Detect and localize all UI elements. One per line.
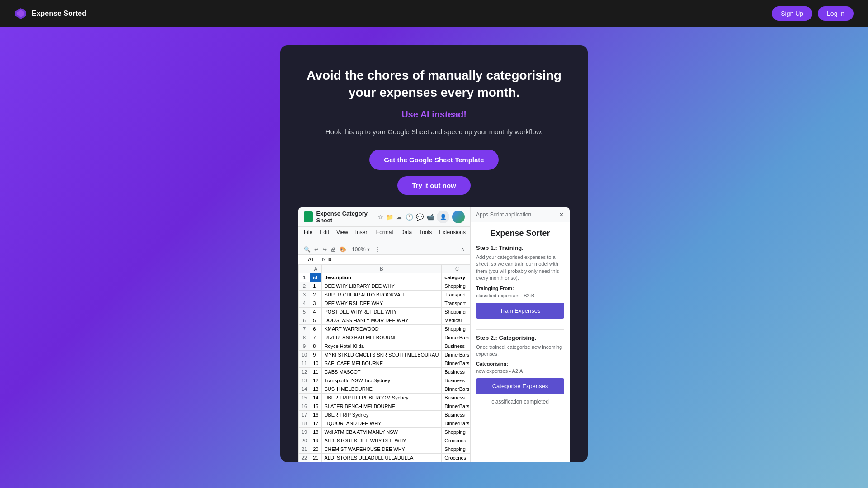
- cell-id: 11: [310, 368, 321, 376]
- cell-category: DinnerBars: [442, 402, 472, 411]
- more-icon: ⋮: [375, 246, 381, 253]
- menu-data[interactable]: Data: [401, 228, 412, 243]
- cell-id: 21: [310, 454, 321, 462]
- train-expenses-button[interactable]: Train Expenses: [476, 303, 564, 319]
- cell-category: Shopping: [442, 428, 472, 436]
- table-row: 9 8 Royce Hotel Kilda Business: [299, 342, 478, 351]
- menu-edit[interactable]: Edit: [320, 228, 329, 243]
- cell-id: 16: [310, 411, 321, 419]
- try-out-button[interactable]: Try it out now: [397, 176, 471, 195]
- comment-icon: 💬: [416, 213, 424, 221]
- row-num: 13: [299, 376, 310, 385]
- cell-description: MYKI STKLD CMCLTS SKR SOUTH MELBOURAU: [321, 351, 442, 359]
- cell-category: Business: [442, 411, 472, 419]
- menu-file[interactable]: File: [304, 228, 312, 243]
- table-row: 15 14 UBER TRIP HELPUBERCOM Sydney Busin…: [299, 394, 478, 402]
- menu-tools[interactable]: Tools: [419, 228, 432, 243]
- header-category: category: [442, 273, 472, 282]
- get-template-button[interactable]: Get the Google Sheet Template: [369, 150, 498, 170]
- paint-icon: 🎨: [340, 246, 346, 253]
- apps-panel-body: Expense Sorter Step 1.: Training. Add yo…: [471, 222, 570, 411]
- cell-description: UBER TRIP HELPUBERCOM Sydney: [321, 394, 442, 402]
- main-content: Avoid the chores of manually categorisin…: [0, 27, 868, 462]
- classification-status: classification completed: [476, 399, 564, 405]
- cell-category: Transport: [442, 299, 472, 308]
- table-row: 11 10 SAFI CAFE MELBOURNE DinnerBars: [299, 359, 478, 368]
- zoom-icon: 🔍: [304, 246, 311, 253]
- apps-panel-title: Expense Sorter: [476, 229, 564, 238]
- cell-id: 2: [310, 291, 321, 299]
- cell-id: 1: [310, 282, 321, 291]
- gs-toolbar: 🔍 ↩ ↪ 🖨 🎨 100% ▾ ⋮ ∧: [298, 244, 470, 255]
- row-num: 9: [299, 342, 310, 351]
- table-row: 4 3 DEE WHY RSL DEE WHY Transport: [299, 299, 478, 308]
- cell-category: Business: [442, 342, 472, 351]
- table-row: 19 18 Wdl ATM CBA ATM MANLY NSW Shopping: [299, 428, 478, 436]
- training-from-label: Trainging From:: [476, 286, 564, 291]
- hero-headline: Avoid the chores of manually categorisin…: [298, 67, 570, 101]
- spreadsheet-container: ≡ Expense Category Sheet ☆ 📁 ☁ 🕐 💬 📹 👤: [298, 207, 570, 462]
- cell-id: 7: [310, 333, 321, 342]
- menu-format[interactable]: Format: [376, 228, 393, 243]
- apps-script-panel: Apps Script application ✕ Expense Sorter…: [470, 207, 570, 462]
- login-button[interactable]: Log In: [818, 6, 854, 21]
- categorise-expenses-button[interactable]: Categorise Expenses: [476, 378, 564, 394]
- table-row: 20 19 ALDI STORES DEE WHY DEE WHY Grocer…: [299, 436, 478, 445]
- row-num: 15: [299, 394, 310, 402]
- cell-id: 12: [310, 376, 321, 385]
- row-num: 7: [299, 325, 310, 333]
- cell-description: Royce Hotel Kilda: [321, 342, 442, 351]
- undo-icon: ↩: [314, 246, 319, 253]
- table-row: 10 9 MYKI STKLD CMCLTS SKR SOUTH MELBOUR…: [299, 351, 478, 359]
- cell-category: Shopping: [442, 445, 472, 454]
- star-icon: ☆: [378, 214, 383, 221]
- table-row: 8 7 RIVERLAND BAR MELBOURNE DinnerBars: [299, 333, 478, 342]
- signup-button[interactable]: Sign Up: [772, 6, 812, 21]
- step2-heading: Step 2.: Categorising.: [476, 334, 564, 341]
- cell-description: ALDI STORES DEE WHY DEE WHY: [321, 436, 442, 445]
- redo-icon: ↪: [322, 246, 327, 253]
- header-description: description: [321, 273, 442, 282]
- step1-description: Add your categorised expenses to a sheet…: [476, 254, 564, 282]
- cell-category: Business: [442, 376, 472, 385]
- row-num: 21: [299, 445, 310, 454]
- cell-category: Business: [442, 368, 472, 376]
- nav-buttons: Sign Up Log In: [772, 6, 854, 21]
- categorising-value: new expenses - A2:A: [476, 368, 564, 374]
- formula-icon: fx: [322, 257, 326, 262]
- table-row: 6 5 DOUGLASS HANLY MOIR DEE WHY Medical: [299, 316, 478, 325]
- row-num: 16: [299, 402, 310, 411]
- apps-panel-close-icon[interactable]: ✕: [559, 211, 564, 218]
- cloud-icon: ☁: [396, 214, 402, 221]
- navbar: Expense Sorted Sign Up Log In: [0, 0, 868, 27]
- formula-bar: A1 fx id: [298, 255, 470, 264]
- training-from-value: classified expenses - B2:B: [476, 293, 564, 298]
- cell-category: Groceries: [442, 436, 472, 445]
- cell-description: CABS MASCOT: [321, 368, 442, 376]
- brand-name: Expense Sorted: [32, 9, 86, 18]
- cell-id: 18: [310, 428, 321, 436]
- table-row: 2 1 DEE WHY LIBRARY DEE WHY Shopping: [299, 282, 478, 291]
- brand-logo-icon: [14, 7, 27, 20]
- print-icon: 🖨: [330, 246, 336, 253]
- hero-subheading: Use AI instead!: [401, 109, 467, 120]
- cell-description: KMART WARRIEWOOD: [321, 325, 442, 333]
- cell-reference: A1: [302, 256, 320, 263]
- cell-description: RIVERLAND BAR MELBOURNE: [321, 333, 442, 342]
- cell-category: DinnerBars: [442, 333, 472, 342]
- menu-insert[interactable]: Insert: [355, 228, 369, 243]
- gs-table: A B C 1 id description category: [298, 264, 478, 462]
- step1-heading: Step 1.: Training.: [476, 244, 564, 251]
- gs-topbar: ≡ Expense Category Sheet ☆ 📁 ☁ 🕐 💬 📹 👤: [298, 207, 470, 227]
- cell-id: 6: [310, 325, 321, 333]
- menu-extensions[interactable]: Extensions: [439, 228, 466, 243]
- cell-id: 19: [310, 436, 321, 445]
- row-num: 8: [299, 333, 310, 342]
- cell-category: Transport: [442, 291, 472, 299]
- sheets-icon: ≡: [304, 211, 313, 222]
- header-id: id: [310, 273, 321, 282]
- cell-category: DinnerBars: [442, 351, 472, 359]
- menu-view[interactable]: View: [336, 228, 348, 243]
- table-row: 17 16 UBER TRIP Sydney Business: [299, 411, 478, 419]
- cell-description: LIQUORLAND DEE WHY: [321, 419, 442, 428]
